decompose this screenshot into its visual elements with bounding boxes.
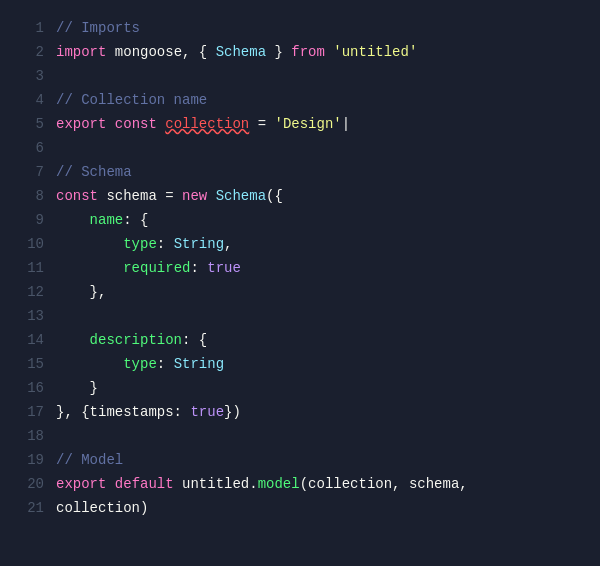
code-line-8: const schema = new Schema({ bbox=[56, 184, 584, 208]
code-line-21: collection) bbox=[56, 496, 584, 520]
token: (collection, schema, bbox=[300, 472, 468, 496]
code-line-1: // Imports bbox=[56, 16, 584, 40]
code-editor: 1 2 3 4 5 6 7 8 9 10 11 12 13 14 15 16 1… bbox=[0, 0, 600, 566]
code-line-15: type: String bbox=[56, 352, 584, 376]
line-num-17: 17 bbox=[16, 400, 44, 424]
line-num-1: 1 bbox=[16, 16, 44, 40]
token: import bbox=[56, 40, 106, 64]
token: collection bbox=[165, 112, 249, 136]
line-num-16: 16 bbox=[16, 376, 44, 400]
code-line-4: // Collection name bbox=[56, 88, 584, 112]
token: name bbox=[90, 208, 124, 232]
token: // Collection name bbox=[56, 88, 207, 112]
token bbox=[56, 208, 90, 232]
line-numbers: 1 2 3 4 5 6 7 8 9 10 11 12 13 14 15 16 1… bbox=[0, 16, 56, 550]
token: const bbox=[56, 184, 98, 208]
code-line-3 bbox=[56, 64, 584, 88]
line-num-8: 8 bbox=[16, 184, 44, 208]
line-num-9: 9 bbox=[16, 208, 44, 232]
token: // Model bbox=[56, 448, 123, 472]
token: } bbox=[56, 376, 98, 400]
token bbox=[207, 184, 215, 208]
line-num-19: 19 bbox=[16, 448, 44, 472]
line-num-11: 11 bbox=[16, 256, 44, 280]
token: : bbox=[157, 352, 174, 376]
token: export bbox=[56, 472, 106, 496]
code-line-18 bbox=[56, 424, 584, 448]
token: : { bbox=[123, 208, 148, 232]
token: true bbox=[190, 400, 224, 424]
code-line-14: description: { bbox=[56, 328, 584, 352]
line-num-10: 10 bbox=[16, 232, 44, 256]
code-line-13 bbox=[56, 304, 584, 328]
token: description bbox=[90, 328, 182, 352]
token: Schema bbox=[216, 40, 266, 64]
line-num-15: 15 bbox=[16, 352, 44, 376]
token: String bbox=[174, 352, 224, 376]
code-line-17: }, {timestamps: true}) bbox=[56, 400, 584, 424]
token: }) bbox=[224, 400, 241, 424]
token bbox=[325, 40, 333, 64]
token: = bbox=[249, 112, 274, 136]
token: }, {timestamps: bbox=[56, 400, 190, 424]
token: ({ bbox=[266, 184, 283, 208]
token: collection) bbox=[56, 496, 148, 520]
code-line-19: // Model bbox=[56, 448, 584, 472]
line-num-12: 12 bbox=[16, 280, 44, 304]
cursor-char: | bbox=[342, 112, 350, 136]
line-num-13: 13 bbox=[16, 304, 44, 328]
token bbox=[56, 232, 123, 256]
token bbox=[106, 112, 114, 136]
line-num-20: 20 bbox=[16, 472, 44, 496]
token bbox=[56, 256, 123, 280]
code-line-20: export default untitled.model(collection… bbox=[56, 472, 584, 496]
token: export bbox=[56, 112, 106, 136]
line-num-21: 21 bbox=[16, 496, 44, 520]
code-line-7: // Schema bbox=[56, 160, 584, 184]
line-num-6: 6 bbox=[16, 136, 44, 160]
token bbox=[56, 328, 90, 352]
token: } bbox=[266, 40, 291, 64]
token bbox=[157, 112, 165, 136]
token: schema = bbox=[98, 184, 182, 208]
token: mongoose, { bbox=[106, 40, 215, 64]
code-line-16: } bbox=[56, 376, 584, 400]
token: // Imports bbox=[56, 16, 140, 40]
code-line-9: name: { bbox=[56, 208, 584, 232]
token: untitled. bbox=[174, 472, 258, 496]
line-num-14: 14 bbox=[16, 328, 44, 352]
token: 'Design' bbox=[274, 112, 341, 136]
token: Schema bbox=[216, 184, 266, 208]
token: model bbox=[258, 472, 300, 496]
line-num-3: 3 bbox=[16, 64, 44, 88]
code-line-12: }, bbox=[56, 280, 584, 304]
code-line-5: export const collection = 'Design'| bbox=[56, 112, 584, 136]
token: type bbox=[123, 352, 157, 376]
token: : bbox=[157, 232, 174, 256]
token: : { bbox=[182, 328, 207, 352]
token: }, bbox=[56, 280, 106, 304]
line-num-2: 2 bbox=[16, 40, 44, 64]
token: , bbox=[224, 232, 232, 256]
line-num-4: 4 bbox=[16, 88, 44, 112]
code-line-11: required: true bbox=[56, 256, 584, 280]
code-line-6 bbox=[56, 136, 584, 160]
token: from bbox=[291, 40, 325, 64]
token: new bbox=[182, 184, 207, 208]
code-line-2: import mongoose, { Schema } from 'untitl… bbox=[56, 40, 584, 64]
code-line-10: type: String, bbox=[56, 232, 584, 256]
token: const bbox=[115, 112, 157, 136]
token bbox=[56, 352, 123, 376]
token: type bbox=[123, 232, 157, 256]
token: String bbox=[174, 232, 224, 256]
token: default bbox=[115, 472, 174, 496]
line-num-18: 18 bbox=[16, 424, 44, 448]
token bbox=[106, 472, 114, 496]
code-content[interactable]: // Imports import mongoose, { Schema } f… bbox=[56, 16, 600, 550]
token: 'untitled' bbox=[333, 40, 417, 64]
token: : bbox=[190, 256, 207, 280]
line-num-5: 5 bbox=[16, 112, 44, 136]
line-num-7: 7 bbox=[16, 160, 44, 184]
token: required bbox=[123, 256, 190, 280]
token: true bbox=[207, 256, 241, 280]
